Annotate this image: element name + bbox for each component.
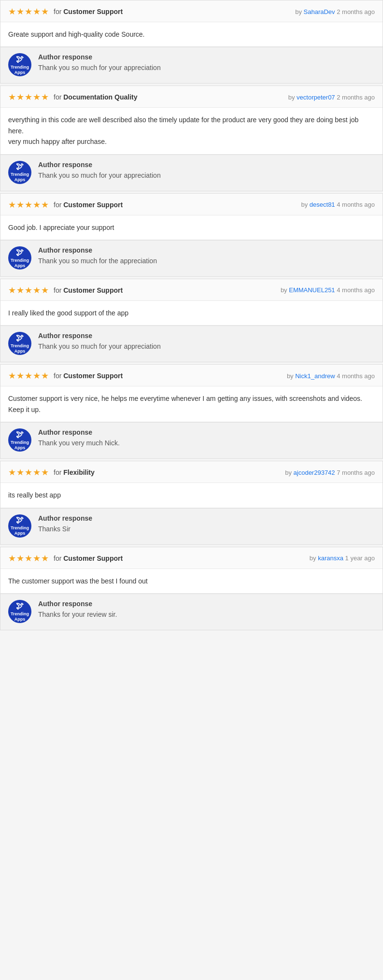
star-icon: ★ xyxy=(33,553,41,564)
author-avatar: 🕊TrendingApps xyxy=(8,161,31,184)
star-icon: ★ xyxy=(16,285,24,296)
star-icon: ★ xyxy=(16,6,24,17)
author-response-text: Thanks for your review sir. xyxy=(38,610,117,620)
review-meta: by desect81 4 months ago xyxy=(301,201,375,208)
avatar-label: TrendingApps xyxy=(11,611,29,622)
star-icon: ★ xyxy=(8,553,16,564)
star-icon: ★ xyxy=(25,467,32,478)
author-response-content: Author responseThank you so much for you… xyxy=(38,332,161,352)
author-avatar: 🕊TrendingApps xyxy=(8,246,31,270)
review-body: Customer support is very nice, he helps … xyxy=(0,386,383,422)
author-avatar: 🕊TrendingApps xyxy=(8,53,31,76)
review-body: I really liked the good support of the a… xyxy=(0,301,383,326)
star-icon: ★ xyxy=(41,92,49,102)
author-avatar: 🕊TrendingApps xyxy=(8,332,31,355)
review-category: Customer Support xyxy=(63,286,123,294)
review-body: everything in this code are well describ… xyxy=(0,108,383,154)
author-response-content: Author responseThank you so much for you… xyxy=(38,161,161,181)
star-rating: ★★★★★ xyxy=(8,285,49,296)
star-icon: ★ xyxy=(8,199,16,210)
star-icon: ★ xyxy=(33,6,41,17)
review-body: its really best app xyxy=(0,483,383,508)
star-icon: ★ xyxy=(8,6,16,17)
star-rating: ★★★★★ xyxy=(8,467,49,478)
review-author-link[interactable]: desect81 xyxy=(310,201,335,208)
star-icon: ★ xyxy=(25,553,32,564)
review-author-link[interactable]: EMMANUEL251 xyxy=(289,286,335,294)
review-author-link[interactable]: Nick1_andrew xyxy=(295,372,335,380)
review-block-6: ★★★★★for Flexibilityby ajcoder293742 7 m… xyxy=(0,461,383,544)
author-avatar: 🕊TrendingApps xyxy=(8,600,31,623)
review-meta: by ajcoder293742 7 months ago xyxy=(285,469,375,476)
review-time: 2 months ago xyxy=(337,8,375,15)
author-response-text: Thank you so much for the appreciation xyxy=(38,256,157,266)
author-response: 🕊TrendingAppsAuthor responseThanks for y… xyxy=(0,594,383,630)
review-header: ★★★★★for Customer Supportby karansxa 1 y… xyxy=(0,547,383,569)
review-block-2: ★★★★★for Documentation Qualityby vectorp… xyxy=(0,85,383,191)
author-response-title: Author response xyxy=(38,332,161,340)
author-response: 🕊TrendingAppsAuthor responseThanks Sir xyxy=(0,508,383,544)
review-category: Documentation Quality xyxy=(63,93,137,101)
review-meta: by SaharaDev 2 months ago xyxy=(295,8,375,15)
review-header: ★★★★★for Customer Supportby EMMANUEL251 … xyxy=(0,279,383,301)
author-response: 🕊TrendingAppsAuthor responseThank you so… xyxy=(0,240,383,276)
author-response-content: Author responseThank you so much for the… xyxy=(38,246,157,266)
star-rating: ★★★★★ xyxy=(8,553,49,564)
star-icon: ★ xyxy=(16,467,24,478)
review-body: Greate support and high-quality code Sou… xyxy=(0,22,383,47)
review-header-left: ★★★★★for Documentation Quality xyxy=(8,92,137,102)
avatar-label: TrendingApps xyxy=(11,526,29,536)
review-time: 4 months ago xyxy=(337,286,375,294)
review-time: 4 months ago xyxy=(337,201,375,208)
review-block-7: ★★★★★for Customer Supportby karansxa 1 y… xyxy=(0,547,383,630)
review-category: Customer Support xyxy=(63,8,123,15)
trending-apps-icon: 🕊 xyxy=(16,515,24,525)
review-for-label: for Customer Support xyxy=(54,8,123,15)
avatar-label: TrendingApps xyxy=(11,65,29,75)
author-response-title: Author response xyxy=(38,428,120,436)
review-author-link[interactable]: SaharaDev xyxy=(304,8,335,15)
trending-apps-icon: 🕊 xyxy=(16,333,24,342)
author-response-text: Thank you so much for your appreciation xyxy=(38,341,161,352)
review-header: ★★★★★for Customer Supportby SaharaDev 2 … xyxy=(0,0,383,22)
trending-apps-icon: 🕊 xyxy=(16,601,24,611)
star-rating: ★★★★★ xyxy=(8,92,49,102)
review-author-link[interactable]: karansxa xyxy=(318,554,343,562)
author-response: 🕊TrendingAppsAuthor responseThank you so… xyxy=(0,47,383,83)
author-response-content: Author responseThank you so much for you… xyxy=(38,53,161,73)
avatar-label: TrendingApps xyxy=(11,258,29,269)
author-response-title: Author response xyxy=(38,53,161,61)
star-icon: ★ xyxy=(41,370,49,381)
star-icon: ★ xyxy=(16,370,24,381)
author-response-text: Thank you so much for your appreciation xyxy=(38,63,161,73)
review-header: ★★★★★for Flexibilityby ajcoder293742 7 m… xyxy=(0,461,383,483)
author-response-title: Author response xyxy=(38,600,117,608)
avatar-label: TrendingApps xyxy=(11,172,29,183)
review-meta: by Nick1_andrew 4 months ago xyxy=(287,372,375,380)
review-author-link[interactable]: vectorpeter07 xyxy=(297,94,335,101)
review-header-left: ★★★★★for Customer Support xyxy=(8,6,123,17)
review-block-5: ★★★★★for Customer Supportby Nick1_andrew… xyxy=(0,364,383,459)
author-avatar: 🕊TrendingApps xyxy=(8,428,31,452)
review-header-left: ★★★★★for Customer Support xyxy=(8,370,123,381)
review-meta: by vectorpeter07 2 months ago xyxy=(288,94,375,101)
author-response-content: Author responseThanks for your review si… xyxy=(38,600,117,620)
review-header: ★★★★★for Customer Supportby Nick1_andrew… xyxy=(0,365,383,386)
review-header: ★★★★★for Customer Supportby desect81 4 m… xyxy=(0,194,383,215)
review-meta: by EMMANUEL251 4 months ago xyxy=(281,286,375,294)
review-time: 4 months ago xyxy=(337,372,375,380)
avatar-label: TrendingApps xyxy=(11,343,29,354)
author-response-content: Author responseThanks Sir xyxy=(38,514,92,534)
star-rating: ★★★★★ xyxy=(8,199,49,210)
author-response-title: Author response xyxy=(38,246,157,254)
trending-apps-icon: 🕊 xyxy=(16,55,24,64)
review-author-link[interactable]: ajcoder293742 xyxy=(294,469,335,476)
author-response: 🕊TrendingAppsAuthor responseThank you so… xyxy=(0,155,383,191)
author-response-content: Author responseThank you very much Nick. xyxy=(38,428,120,448)
author-response-text: Thank you so much for your appreciation xyxy=(38,170,161,181)
author-avatar: 🕊TrendingApps xyxy=(8,514,31,538)
review-header-left: ★★★★★for Customer Support xyxy=(8,199,123,210)
star-icon: ★ xyxy=(41,285,49,296)
star-icon: ★ xyxy=(8,467,16,478)
review-body: The customer support was the best I foun… xyxy=(0,569,383,594)
